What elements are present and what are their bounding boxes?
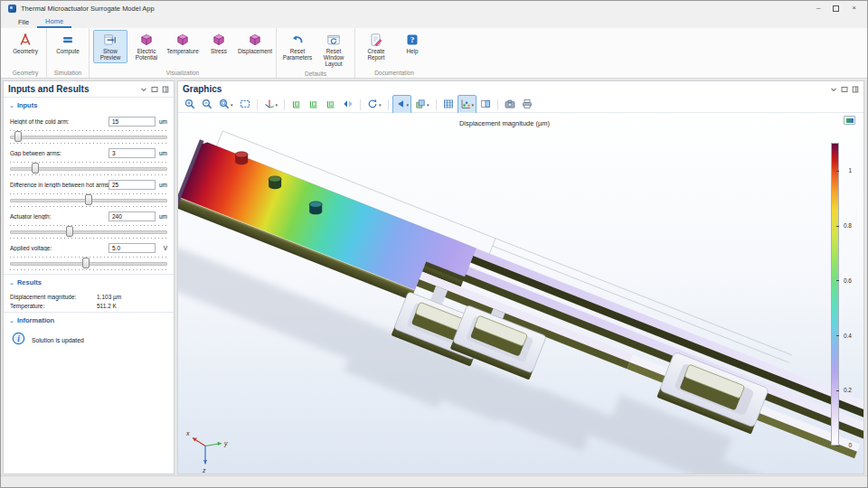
unit-label: um xyxy=(156,182,167,188)
legend-tick-mark xyxy=(836,335,839,336)
rotate-view-button[interactable]: ▾ xyxy=(364,95,384,115)
slider-track[interactable] xyxy=(10,131,167,142)
chevron-down-icon: ⌄ xyxy=(9,279,14,286)
color-legend xyxy=(831,143,839,446)
maximize-icon[interactable] xyxy=(833,5,839,12)
value-field[interactable]: 240 xyxy=(108,211,156,221)
slider-track[interactable] xyxy=(10,258,167,268)
menu-bar: FileHome xyxy=(1,15,867,28)
print-button[interactable] xyxy=(519,95,535,115)
button-label: Help xyxy=(407,48,419,54)
plot-settings-button[interactable]: ▾ xyxy=(458,95,477,115)
create-report-button[interactable]: Create Report xyxy=(359,30,393,63)
panel-menu-icon[interactable] xyxy=(140,86,147,93)
slider-track[interactable] xyxy=(10,163,167,174)
svg-text:z: z xyxy=(202,467,206,474)
value-field[interactable]: 15 xyxy=(108,117,156,127)
graphics-canvas[interactable]: x y z Displacement magnitude (µm) 10.80.… xyxy=(178,113,863,474)
ribbon-group-label: Documentation xyxy=(374,69,414,78)
panel-menu-icon[interactable] xyxy=(830,86,837,93)
slider-ticks xyxy=(10,142,167,144)
dropdown-arrow-icon: ▾ xyxy=(427,102,429,108)
geometry-icon xyxy=(18,33,33,47)
slider-thumb[interactable] xyxy=(14,131,22,142)
view-plane-icon xyxy=(326,97,336,113)
report-icon xyxy=(369,33,383,47)
information-section-header[interactable]: ⌄ Information xyxy=(4,312,174,326)
parameter-slider[interactable] xyxy=(10,224,167,239)
title-bar: Thermal Microactuator Surrogate Model Ap… xyxy=(1,1,867,15)
displacement-button[interactable]: Displacement xyxy=(238,30,272,57)
zoom-extents-button[interactable]: ▾ xyxy=(216,95,236,115)
show-grid-button[interactable] xyxy=(440,95,457,115)
go-to-yz-view-button[interactable] xyxy=(306,95,322,115)
input-row: Applied voltage:5.0V xyxy=(10,243,167,253)
minimize-icon[interactable]: – xyxy=(816,5,820,12)
scene-3d: x y z xyxy=(178,113,863,474)
legend-tick-label: 0.6 xyxy=(844,277,852,284)
status-message: Solution is updated xyxy=(32,337,84,343)
results-section-header[interactable]: ⌄ Results xyxy=(4,274,174,288)
input-label: Applied voltage: xyxy=(10,245,108,251)
go-to-xy-view-button[interactable] xyxy=(288,95,305,115)
toolbar-separator xyxy=(436,99,437,110)
inputs-section-header[interactable]: ⌄ Inputs xyxy=(4,97,174,111)
button-label: Compute xyxy=(56,48,80,54)
menu-tab-home[interactable]: Home xyxy=(37,15,71,28)
slider-thumb[interactable] xyxy=(82,258,90,268)
slider-track[interactable] xyxy=(10,226,167,237)
information-row: i Solution is updated xyxy=(4,326,174,354)
unit-label: um xyxy=(156,150,167,156)
zoom-in-button[interactable] xyxy=(182,95,198,115)
slider-thumb[interactable] xyxy=(66,226,73,237)
go-to-other-side-button[interactable] xyxy=(340,95,356,115)
slider-thumb[interactable] xyxy=(32,163,39,174)
float-panel-icon[interactable] xyxy=(151,86,158,93)
value-field[interactable]: 25 xyxy=(108,180,156,190)
slider-thumb[interactable] xyxy=(85,194,92,205)
go-to-zx-view-button[interactable] xyxy=(323,95,339,115)
unit-label: um xyxy=(156,118,167,125)
undo-icon xyxy=(290,33,305,47)
ribbon-group-defaults: Reset ParametersReset Window LayoutDefau… xyxy=(276,28,354,78)
parameter-slider[interactable] xyxy=(10,129,167,144)
inputs-results-panel-header: Inputs and Results xyxy=(4,81,174,97)
slider-track[interactable] xyxy=(10,194,167,205)
toolbar-separator xyxy=(497,99,498,110)
dock-panel-icon[interactable] xyxy=(852,86,859,93)
float-panel-icon[interactable] xyxy=(841,86,848,93)
stress-button[interactable]: Stress xyxy=(202,30,236,57)
show-preview-button[interactable]: Show Preview xyxy=(93,30,127,63)
go-to-default-view-button[interactable]: ▾ xyxy=(261,95,281,115)
parameter-slider[interactable] xyxy=(10,161,167,175)
menu-tab-file[interactable]: File xyxy=(10,16,37,28)
legend-tick-label: 0.4 xyxy=(844,333,852,339)
input-label: Difference in length between hot arms: xyxy=(10,182,108,188)
parameter-slider[interactable] xyxy=(10,192,167,207)
view-plane-icon xyxy=(308,97,319,113)
dropdown-arrow-icon: ▾ xyxy=(472,102,475,108)
value-field[interactable]: 5.0 xyxy=(108,243,156,253)
close-icon[interactable]: × xyxy=(852,5,856,12)
zoom-out-button[interactable] xyxy=(199,95,215,115)
electric-potential-button[interactable]: Electric Potential xyxy=(129,30,164,63)
scene-light-button[interactable]: ▾ xyxy=(392,95,412,115)
parameter-slider[interactable] xyxy=(10,256,167,270)
temperature-button[interactable]: Temperature xyxy=(165,30,200,57)
result-label: Displacement magnitude: xyxy=(10,294,97,300)
reset-parameters-button[interactable]: Reset Parameters xyxy=(280,30,315,63)
reset-window-layout-button[interactable]: Reset Window Layout xyxy=(316,30,351,70)
axis-triad: x y z xyxy=(185,430,228,473)
result-row: Displacement magnitude:1.103 µm xyxy=(10,294,167,300)
geometry-button[interactable]: Geometry xyxy=(8,30,42,57)
environment-button[interactable]: ▾ xyxy=(412,95,432,115)
dock-panel-icon[interactable] xyxy=(162,86,169,93)
plot-thumbnail-button[interactable] xyxy=(844,116,855,125)
compute-button[interactable]: Compute xyxy=(51,30,85,57)
transparency-button[interactable] xyxy=(477,95,494,115)
value-field[interactable]: 3 xyxy=(108,148,156,158)
image-snapshot-button[interactable] xyxy=(502,95,518,115)
zoom-box-button[interactable] xyxy=(237,95,253,115)
help-button[interactable]: ?Help xyxy=(395,30,429,57)
chevron-down-icon: ⌄ xyxy=(9,317,14,324)
